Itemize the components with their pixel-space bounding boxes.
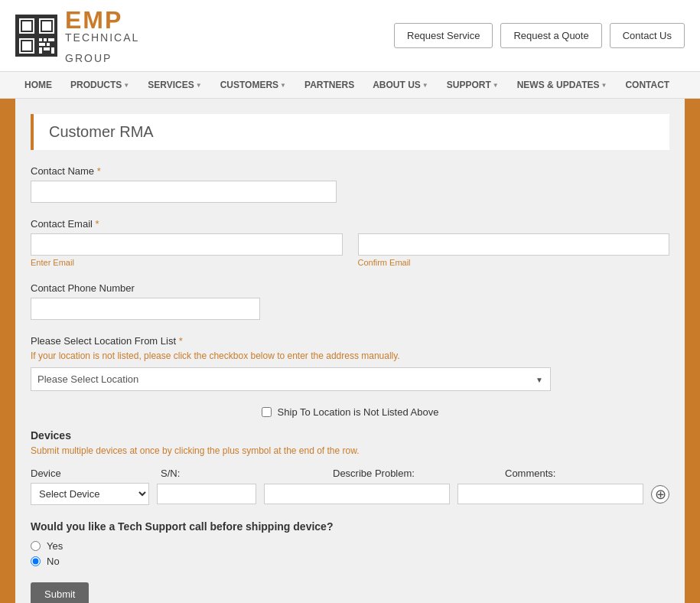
device-select[interactable]: Select Device bbox=[31, 483, 149, 505]
nav-bar: HOME PRODUCTS ▼ SERVICES ▼ CUSTOMERS ▼ P… bbox=[0, 71, 700, 99]
nav-partners[interactable]: PARTNERS bbox=[295, 72, 363, 98]
device-col-label: Device bbox=[31, 468, 153, 479]
device-sn-input[interactable] bbox=[157, 484, 256, 504]
device-select-wrapper: Select Device bbox=[31, 483, 149, 505]
devices-hint: Submit multiple devices at once by click… bbox=[31, 445, 669, 456]
contact-us-button[interactable]: Contact Us bbox=[610, 23, 685, 48]
email-row: Enter Email Confirm Email bbox=[31, 233, 669, 267]
phone-input[interactable] bbox=[31, 298, 260, 320]
nav-support-arrow: ▼ bbox=[493, 82, 499, 89]
devices-section: Devices Submit multiple devices at once … bbox=[31, 429, 669, 505]
nav-news-updates[interactable]: NEWS & UPDATES ▼ bbox=[508, 72, 617, 98]
location-hint: If your location is not listed, please c… bbox=[31, 350, 669, 361]
location-select[interactable]: Please Select Location bbox=[31, 367, 551, 391]
header: EMP TECHNICAL GROUP Request Service Requ… bbox=[0, 0, 700, 71]
svg-rect-17 bbox=[51, 47, 54, 54]
ship-to-checkbox-row: Ship To Location is Not Listed Above bbox=[31, 406, 669, 418]
add-device-row-button[interactable]: ⊕ bbox=[651, 485, 669, 504]
logo-text: EMP TECHNICAL GROUP bbox=[65, 8, 139, 64]
nav-products[interactable]: PRODUCTS ▼ bbox=[61, 72, 138, 98]
header-buttons: Request Service Request a Quote Contact … bbox=[394, 23, 685, 48]
contact-email-required: * bbox=[96, 218, 99, 230]
comments-col-label: Comments: bbox=[505, 468, 669, 479]
svg-rect-14 bbox=[47, 43, 50, 46]
tech-support-question: Would you like a Tech Support call befor… bbox=[31, 520, 669, 533]
contact-name-required: * bbox=[97, 165, 101, 177]
ship-to-checkbox[interactable] bbox=[262, 407, 272, 417]
email-hint: Enter Email bbox=[31, 258, 343, 267]
location-label: Please Select Location From List * bbox=[31, 335, 669, 347]
svg-rect-10 bbox=[39, 38, 42, 41]
confirm-email-input[interactable] bbox=[358, 233, 670, 256]
nav-support[interactable]: SUPPORT ▼ bbox=[438, 72, 508, 98]
yes-radio[interactable] bbox=[31, 541, 41, 551]
nav-customers[interactable]: CUSTOMERS ▼ bbox=[211, 72, 295, 98]
contact-email-label: Contact Email * bbox=[31, 218, 669, 230]
request-service-button[interactable]: Request Service bbox=[394, 23, 493, 48]
devices-title: Devices bbox=[31, 429, 669, 442]
svg-rect-16 bbox=[44, 47, 50, 51]
desc-col-label: Describe Problem: bbox=[333, 468, 497, 479]
nav-customers-arrow: ▼ bbox=[280, 82, 286, 89]
nav-products-arrow: ▼ bbox=[123, 82, 129, 89]
nav-news-arrow: ▼ bbox=[601, 82, 607, 89]
svg-rect-15 bbox=[39, 47, 42, 54]
confirm-email-hint: Confirm Email bbox=[358, 258, 670, 267]
page-title-container: Customer RMA bbox=[31, 114, 669, 150]
email-input[interactable] bbox=[31, 233, 343, 256]
yes-radio-label[interactable]: Yes bbox=[47, 540, 63, 552]
contact-email-group: Contact Email * Enter Email Confirm Emai… bbox=[31, 218, 669, 267]
device-desc-input[interactable] bbox=[264, 484, 450, 504]
location-group: Please Select Location From List * If yo… bbox=[31, 335, 669, 391]
svg-rect-9 bbox=[22, 41, 31, 51]
form-section: Contact Name * Contact Email * Enter Ema… bbox=[31, 165, 669, 603]
svg-rect-12 bbox=[48, 38, 54, 41]
nav-about-us[interactable]: ABOUT US ▼ bbox=[363, 72, 438, 98]
logo-qr-code bbox=[15, 15, 57, 57]
contact-name-input[interactable] bbox=[31, 181, 337, 203]
no-radio[interactable] bbox=[31, 556, 41, 566]
logo-subtitle: TECHNICAL GROUP bbox=[65, 32, 139, 64]
confirm-email-field-wrapper: Confirm Email bbox=[358, 233, 670, 267]
contact-name-group: Contact Name * bbox=[31, 165, 669, 203]
nav-services[interactable]: SERVICES ▼ bbox=[138, 72, 210, 98]
ship-to-checkbox-label[interactable]: Ship To Location is Not Listed Above bbox=[278, 406, 439, 418]
page-title: Customer RMA bbox=[49, 123, 654, 141]
svg-rect-13 bbox=[39, 43, 45, 46]
contact-name-label: Contact Name * bbox=[31, 165, 669, 177]
yes-radio-option: Yes bbox=[31, 540, 669, 552]
email-field-wrapper: Enter Email bbox=[31, 233, 343, 267]
contact-phone-group: Contact Phone Number bbox=[31, 282, 669, 320]
location-select-wrapper: Please Select Location ▼ bbox=[31, 367, 551, 391]
main-content: Customer RMA Contact Name * Contact Emai… bbox=[15, 99, 685, 603]
no-radio-label[interactable]: No bbox=[47, 556, 60, 567]
submit-button[interactable]: Submit bbox=[31, 582, 89, 603]
svg-rect-11 bbox=[44, 38, 47, 41]
nav-services-arrow: ▼ bbox=[196, 82, 202, 89]
svg-rect-6 bbox=[42, 21, 51, 31]
nav-home[interactable]: HOME bbox=[15, 72, 61, 98]
device-comments-input[interactable] bbox=[457, 484, 643, 504]
devices-row-header: Device S/N: Describe Problem: Comments: bbox=[31, 468, 669, 479]
no-radio-option: No bbox=[31, 556, 669, 567]
logo-emp-text: EMP bbox=[65, 6, 122, 34]
nav-contact[interactable]: CONTACT bbox=[616, 72, 679, 98]
request-quote-button[interactable]: Request a Quote bbox=[500, 23, 601, 48]
nav-about-arrow: ▼ bbox=[422, 82, 428, 89]
location-required: * bbox=[179, 335, 183, 347]
svg-rect-3 bbox=[22, 21, 31, 31]
devices-input-row: Select Device ⊕ bbox=[31, 483, 669, 505]
tech-support-section: Would you like a Tech Support call befor… bbox=[31, 520, 669, 567]
contact-phone-label: Contact Phone Number bbox=[31, 282, 669, 294]
logo-emp: EMP TECHNICAL GROUP bbox=[65, 8, 139, 64]
sn-col-label: S/N: bbox=[161, 468, 325, 479]
logo-area: EMP TECHNICAL GROUP bbox=[15, 8, 139, 64]
